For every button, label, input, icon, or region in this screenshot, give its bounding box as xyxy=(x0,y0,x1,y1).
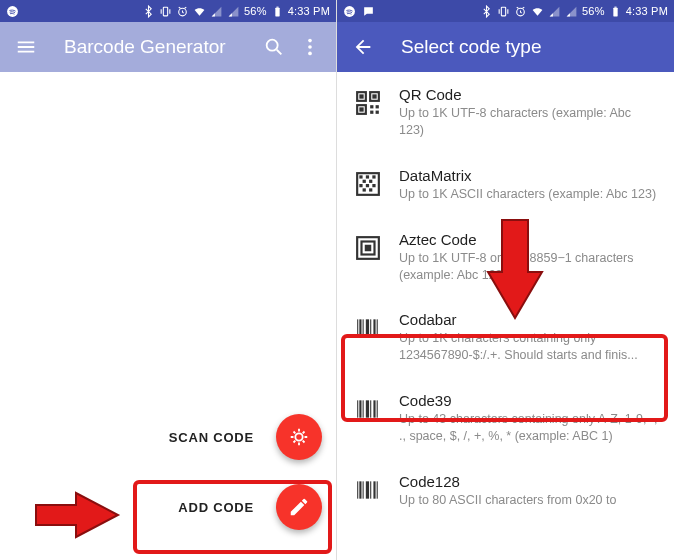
app-title: Barcode Generator xyxy=(64,36,256,58)
wifi-icon xyxy=(531,5,544,18)
scan-code-row: SCAN CODE xyxy=(159,414,322,460)
clock-text: 4:33 PM xyxy=(288,5,330,17)
svg-point-8 xyxy=(308,52,312,56)
svg-rect-43 xyxy=(370,320,371,337)
spotify-icon xyxy=(6,5,19,18)
signal-2-icon xyxy=(565,5,578,18)
svg-rect-21 xyxy=(370,105,373,108)
svg-rect-56 xyxy=(366,481,369,498)
signal-1-icon xyxy=(548,5,561,18)
svg-rect-50 xyxy=(370,400,371,417)
list-item-title: Code128 xyxy=(399,473,658,490)
svg-point-7 xyxy=(308,45,312,49)
barcode-icon xyxy=(355,477,381,503)
app-bar: Select code type xyxy=(337,22,674,72)
svg-point-5 xyxy=(267,40,278,51)
bluetooth-icon xyxy=(480,5,493,18)
svg-rect-27 xyxy=(366,175,369,178)
overflow-button[interactable] xyxy=(292,29,328,65)
list-item-code128[interactable]: Code128 Up to 80 ASCII characters from 0… xyxy=(337,459,674,523)
list-item-desc: Up to 1K characters containing only 1234… xyxy=(399,330,658,364)
datamatrix-icon xyxy=(355,171,381,197)
svg-rect-41 xyxy=(363,320,364,337)
svg-rect-39 xyxy=(357,320,358,337)
search-button[interactable] xyxy=(256,29,292,65)
svg-rect-35 xyxy=(369,188,372,191)
list-item-title: Codabar xyxy=(399,311,658,328)
svg-point-6 xyxy=(308,39,312,43)
status-bar: 56% 4:33 PM xyxy=(0,0,336,22)
back-button[interactable] xyxy=(345,29,381,65)
list-item-title: Code39 xyxy=(399,392,658,409)
bluetooth-icon xyxy=(142,5,155,18)
svg-rect-29 xyxy=(363,179,366,182)
svg-rect-14 xyxy=(614,6,616,7)
scan-code-label: SCAN CODE xyxy=(159,424,264,451)
battery-percent: 56% xyxy=(244,5,267,17)
svg-rect-34 xyxy=(363,188,366,191)
aztec-icon xyxy=(355,235,381,261)
svg-rect-4 xyxy=(276,6,278,7)
svg-rect-59 xyxy=(377,481,378,498)
svg-rect-57 xyxy=(370,481,371,498)
code-type-list: QR Code Up to 1K UTF-8 characters (examp… xyxy=(337,72,674,560)
add-code-fab[interactable] xyxy=(276,484,322,530)
svg-rect-53 xyxy=(357,481,358,498)
svg-rect-22 xyxy=(376,105,379,108)
svg-rect-3 xyxy=(275,7,279,16)
list-item-title: QR Code xyxy=(399,86,658,103)
list-item-aztec[interactable]: Aztec Code Up to 1K UTF-8 or ISO 8859−1 … xyxy=(337,217,674,298)
list-item-qr-code[interactable]: QR Code Up to 1K UTF-8 characters (examp… xyxy=(337,72,674,153)
alarm-icon xyxy=(176,5,189,18)
list-item-code39[interactable]: Code39 Up to 43 characters containing on… xyxy=(337,378,674,459)
svg-rect-28 xyxy=(372,175,375,178)
svg-rect-46 xyxy=(357,400,358,417)
app-title: Select code type xyxy=(401,36,666,58)
add-code-row: ADD CODE xyxy=(168,484,322,530)
app-bar: Barcode Generator xyxy=(0,22,336,72)
add-code-label: ADD CODE xyxy=(168,494,264,521)
list-item-codabar[interactable]: Codabar Up to 1K characters containing o… xyxy=(337,297,674,378)
svg-rect-38 xyxy=(366,245,370,249)
svg-rect-48 xyxy=(363,400,364,417)
svg-rect-13 xyxy=(613,7,617,16)
screen-right: 56% 4:33 PM Select code type QR Code Up … xyxy=(337,0,674,560)
battery-icon xyxy=(271,5,284,18)
menu-button[interactable] xyxy=(8,29,44,65)
scan-code-fab[interactable] xyxy=(276,414,322,460)
svg-rect-47 xyxy=(359,400,361,417)
list-item-desc: Up to 1K UTF-8 or ISO 8859−1 characters … xyxy=(399,250,658,284)
signal-2-icon xyxy=(227,5,240,18)
screen-left: 56% 4:33 PM Barcode Generator SCAN CODE xyxy=(0,0,337,560)
svg-rect-26 xyxy=(359,175,362,178)
svg-point-9 xyxy=(295,433,302,440)
svg-rect-32 xyxy=(366,184,369,187)
svg-rect-18 xyxy=(372,94,376,98)
svg-rect-30 xyxy=(369,179,372,182)
svg-rect-40 xyxy=(359,320,361,337)
svg-rect-16 xyxy=(359,94,363,98)
svg-rect-54 xyxy=(359,481,361,498)
clock-text: 4:33 PM xyxy=(626,5,668,17)
wifi-icon xyxy=(193,5,206,18)
status-bar: 56% 4:33 PM xyxy=(337,0,674,22)
list-item-desc: Up to 43 characters containing only A-Z,… xyxy=(399,411,658,445)
svg-rect-45 xyxy=(377,320,378,337)
svg-rect-55 xyxy=(363,481,364,498)
list-item-datamatrix[interactable]: DataMatrix Up to 1K ASCII characters (ex… xyxy=(337,153,674,217)
alarm-icon xyxy=(514,5,527,18)
svg-rect-58 xyxy=(373,481,375,498)
message-icon xyxy=(362,5,375,18)
list-item-title: DataMatrix xyxy=(399,167,658,184)
barcode-icon xyxy=(355,396,381,422)
svg-rect-20 xyxy=(359,107,363,111)
svg-rect-31 xyxy=(359,184,362,187)
svg-rect-52 xyxy=(377,400,378,417)
svg-rect-1 xyxy=(163,7,167,16)
battery-icon xyxy=(609,5,622,18)
left-body: SCAN CODE ADD CODE xyxy=(0,72,336,560)
svg-rect-11 xyxy=(501,7,505,16)
spotify-icon xyxy=(343,5,356,18)
svg-rect-33 xyxy=(372,184,375,187)
svg-rect-49 xyxy=(366,400,369,417)
